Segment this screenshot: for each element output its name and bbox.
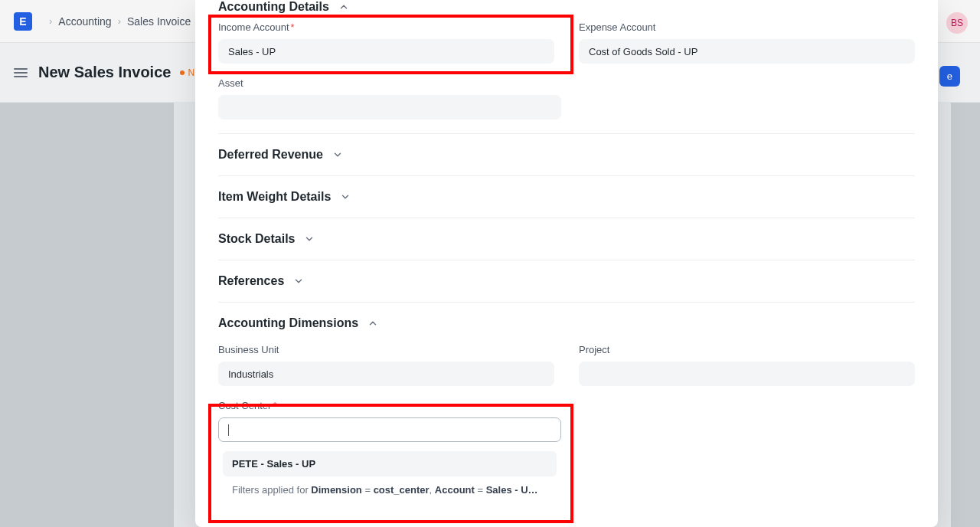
page-title: New Sales Invoice	[38, 64, 171, 81]
section-title: Deferred Revenue	[218, 148, 323, 162]
field-expense-account: Expense Account Cost of Goods Sold - UP	[579, 21, 915, 64]
field-label: Project	[579, 344, 609, 355]
hamburger-icon[interactable]	[14, 68, 28, 77]
cost-center-input[interactable]	[218, 417, 561, 442]
chevron-down-icon	[340, 191, 351, 202]
section-stock-details[interactable]: Stock Details	[218, 218, 915, 260]
chevron-right-icon: ›	[118, 15, 121, 27]
save-button[interactable]: e	[939, 66, 960, 87]
asset-input[interactable]	[218, 95, 561, 119]
field-label: Expense Account	[579, 21, 655, 33]
field-label: Income Account	[218, 21, 289, 33]
item-detail-modal: Accounting Details Income Account* Sales…	[195, 0, 938, 527]
section-title: Stock Details	[218, 232, 295, 246]
dropdown-filter-info: Filters applied for Dimension = cost_cen…	[223, 476, 557, 499]
chevron-right-icon: ›	[49, 15, 52, 27]
project-input[interactable]	[579, 362, 915, 386]
section-accounting-details[interactable]: Accounting Details	[218, 0, 915, 21]
field-business-unit: Business Unit Industrials	[218, 344, 554, 386]
breadcrumb-level2[interactable]: Sales Invoice	[127, 15, 191, 28]
section-item-weight[interactable]: Item Weight Details	[218, 175, 915, 218]
status-badge: N	[180, 67, 194, 78]
chevron-down-icon	[304, 234, 315, 244]
income-account-input[interactable]: Sales - UP	[218, 39, 554, 64]
field-label: Asset	[218, 77, 243, 89]
section-title: Accounting Details	[218, 0, 329, 14]
field-label: Business Unit	[218, 344, 279, 355]
section-title: Accounting Dimensions	[218, 316, 358, 330]
cost-center-dropdown: PETE - Sales - UP Filters applied for Di…	[218, 447, 561, 503]
section-deferred-revenue[interactable]: Deferred Revenue	[218, 133, 915, 175]
section-title: References	[218, 274, 284, 288]
field-label: Cost Center	[218, 400, 271, 411]
chevron-down-icon	[332, 149, 343, 160]
field-project: Project	[579, 344, 915, 386]
chevron-up-icon	[338, 2, 349, 12]
required-star: *	[273, 400, 276, 411]
avatar[interactable]: BS	[946, 12, 968, 34]
field-cost-center: Cost Center* PETE - Sales - UP Filters a…	[218, 400, 561, 503]
section-accounting-dimensions[interactable]: Accounting Dimensions	[218, 302, 915, 344]
field-income-account: Income Account* Sales - UP	[218, 21, 554, 64]
status-label: N	[188, 67, 194, 78]
expense-account-input[interactable]: Cost of Goods Sold - UP	[579, 39, 915, 64]
dropdown-option[interactable]: PETE - Sales - UP	[223, 451, 557, 476]
business-unit-input[interactable]: Industrials	[218, 362, 554, 386]
section-references[interactable]: References	[218, 260, 915, 302]
field-asset: Asset	[218, 77, 561, 119]
required-star: *	[291, 21, 295, 33]
chevron-up-icon	[368, 318, 378, 329]
text-cursor	[228, 424, 229, 436]
chevron-down-icon	[293, 276, 304, 286]
app-logo[interactable]: E	[14, 12, 32, 31]
section-title: Item Weight Details	[218, 190, 331, 204]
breadcrumb-level1[interactable]: Accounting	[58, 15, 111, 28]
